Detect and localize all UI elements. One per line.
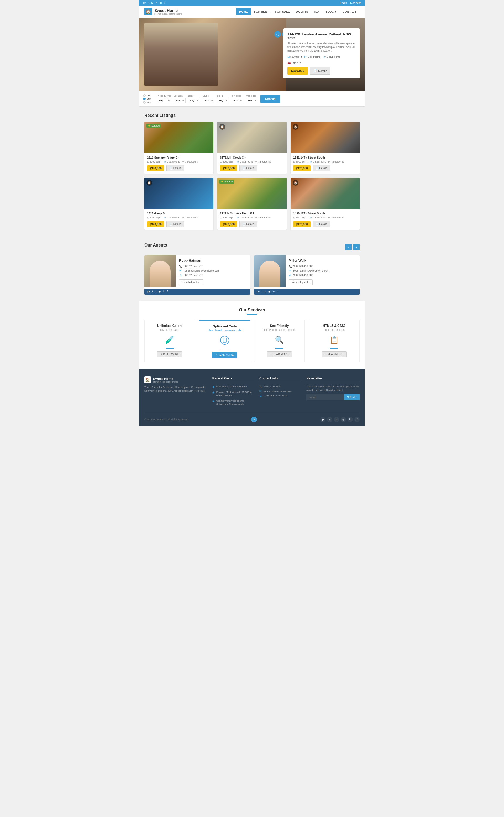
hero-details-button[interactable]: 📄 Details: [310, 67, 330, 75]
radio-buy[interactable]: [143, 98, 146, 100]
min-price-select[interactable]: any: [232, 98, 243, 103]
agent-top-1: Robb Hatman 📞 900 123 456 789 ✉ robbhatm…: [144, 255, 250, 289]
property-type-select[interactable]: any: [157, 98, 171, 103]
listing-address-4: 2627 Garry St: [147, 212, 211, 215]
agent-social-facebook-1[interactable]: f: [167, 290, 168, 293]
agent-social-twitter-2[interactable]: t: [262, 290, 263, 293]
footer-contact-title: Contact info: [259, 376, 301, 382]
nav-agents[interactable]: AGENTS: [293, 8, 311, 15]
footer-social-twitter[interactable]: t: [327, 417, 332, 422]
social-gplus-icon[interactable]: g+: [143, 1, 146, 4]
nav-contact[interactable]: CONTACT: [339, 8, 360, 15]
baths-select[interactable]: any: [203, 98, 214, 103]
listing-price-3[interactable]: $370,000: [293, 165, 311, 171]
listing-details-2[interactable]: 📄 Details: [239, 165, 257, 171]
newsletter-email-input[interactable]: [306, 394, 344, 400]
search-type-buy[interactable]: buy: [143, 97, 151, 100]
hero-bathrooms-value: 2 bathrooms: [327, 56, 340, 58]
listing-address-1: 2211 Summer Ridge Dr: [147, 156, 211, 159]
nav-idx[interactable]: IDX: [311, 8, 322, 15]
footer-post-text-3[interactable]: Update WordPress Theme Submission Requir…: [216, 399, 254, 406]
listing-sqft-1: ⊡ 5000 Sq Ft: [147, 160, 161, 163]
social-twitter-icon[interactable]: t: [149, 1, 149, 4]
service-readmore-4[interactable]: + READ MORE: [322, 351, 347, 357]
social-facebook-icon[interactable]: f: [164, 1, 165, 4]
agent-contact-1: 📞 900 123 456 789 ✉ robbhatman@sweethome…: [179, 265, 247, 277]
agent-fax-value-1: 900 123 456 789: [184, 274, 203, 277]
service-readmore-2[interactable]: + READ MORE: [212, 352, 237, 358]
service-readmore-3[interactable]: + READ MORE: [267, 351, 292, 357]
hero-sqft-value: 5000 Sq Ft: [290, 56, 302, 58]
hero-prev-arrow[interactable]: ◁: [274, 31, 281, 38]
agent-social-facebook-2[interactable]: f: [277, 290, 277, 293]
agents-section: Our Agents ‹ › Robb Hatman 📞 900 123 456…: [139, 236, 365, 301]
footer-post-text-1[interactable]: New Search Platform Update: [216, 385, 247, 389]
footer-post-text-2[interactable]: Envato's Most Wanted - 25,000 for Ghost …: [216, 391, 254, 397]
listings-grid: ★ featured 2211 Summer Ridge Dr ⊡ 5000 S…: [144, 122, 360, 230]
sqft-select[interactable]: any: [217, 98, 229, 103]
listing-bath-2: 🚿 2 bathrooms: [237, 160, 253, 163]
services-section: Our Services Unlimited Colors fully cust…: [139, 301, 365, 369]
footer-email-row: SUBMIT: [306, 394, 360, 400]
agent-social-pinterest-2[interactable]: p: [265, 290, 266, 293]
agent-face-1: [150, 261, 171, 287]
listing-details-3[interactable]: 📄 Details: [313, 165, 330, 171]
login-link[interactable]: Login: [340, 1, 347, 4]
listing-price-6[interactable]: $370,000: [293, 221, 311, 227]
agent-social-linkedin-2[interactable]: in: [272, 290, 275, 293]
footer-social-linkedin[interactable]: in: [348, 417, 353, 422]
agent-social-gplus-1[interactable]: g+: [147, 290, 150, 293]
agent-photo-2: [254, 255, 286, 287]
service-icon-1: 🧪: [149, 334, 191, 345]
nav-blog[interactable]: BLOG ▾: [322, 8, 339, 15]
agent-social-pin-1[interactable]: ◉: [159, 290, 161, 293]
agent-profile-button-1[interactable]: view full profile: [179, 279, 203, 285]
listing-details-6[interactable]: 📄 Details: [313, 221, 330, 227]
agents-next-button[interactable]: ›: [353, 244, 360, 250]
newsletter-submit-button[interactable]: SUBMIT: [344, 394, 360, 400]
max-price-select[interactable]: any: [246, 98, 258, 103]
beds-select[interactable]: any: [188, 98, 200, 103]
agent-social-pin-2[interactable]: ◉: [268, 290, 270, 293]
agent-social-gplus-2[interactable]: g+: [257, 290, 260, 293]
listing-price-5[interactable]: $370,000: [220, 221, 237, 227]
footer-email-value: contact@yourdomain.com: [264, 390, 292, 392]
listing-sqft-6: ⊡ 5000 Sq Ft: [293, 216, 308, 219]
agent-social-pinterest-1[interactable]: p: [155, 290, 156, 293]
footer-social-gplus[interactable]: g+: [320, 417, 325, 422]
radio-rent[interactable]: [143, 94, 146, 97]
nav-home[interactable]: HOME: [236, 8, 251, 15]
listing-card-2: 📋 6571 Mill Creek Cir ⊡ 5000 Sq Ft 🚿 2 b…: [217, 122, 286, 174]
search-type-sale[interactable]: sale: [143, 101, 151, 104]
agents-prev-button[interactable]: ‹: [345, 244, 352, 250]
agent-social-linkedin-1[interactable]: in: [163, 290, 165, 293]
agent-profile-button-2[interactable]: view full profile: [289, 279, 313, 285]
nav-for-rent[interactable]: FOR RENT: [251, 8, 272, 15]
listing-price-1[interactable]: $370,000: [147, 165, 164, 171]
footer-social-instagram[interactable]: ◎: [341, 417, 346, 422]
location-select[interactable]: any: [174, 98, 186, 103]
listing-price-2[interactable]: $370,000: [220, 165, 237, 171]
register-link[interactable]: Register: [350, 1, 361, 4]
social-pinterest-icon[interactable]: p: [151, 1, 153, 4]
radio-sale[interactable]: [143, 101, 146, 104]
listing-price-4[interactable]: $370,000: [147, 221, 164, 227]
scroll-top-button[interactable]: ▲: [251, 417, 257, 422]
agent-social-twitter-1[interactable]: t: [152, 290, 153, 293]
listing-details-4[interactable]: 📄 Details: [166, 221, 184, 227]
footer-social-pinterest[interactable]: p: [334, 417, 339, 422]
nav-for-sale[interactable]: FOR SALE: [272, 8, 293, 15]
services-grid: Unlimited Colors fully customizable 🧪 + …: [144, 320, 360, 362]
social-pin-icon[interactable]: ⚬: [155, 1, 157, 4]
listing-details-1[interactable]: 📄 Details: [166, 165, 184, 171]
agent-phone-value-1: 900 123 456 789: [184, 265, 203, 268]
search-type-rent[interactable]: rent: [143, 94, 151, 97]
hero-property-description: Situated on a half-acre corner allotment…: [287, 42, 356, 53]
hero-price-button[interactable]: $370,000: [287, 67, 308, 75]
service-readmore-1[interactable]: + READ MORE: [157, 351, 182, 357]
hero-info-box: 114-120 Joynton Avenue, Zetland, NSW 201…: [283, 28, 360, 78]
listing-details-5[interactable]: 📄 Details: [239, 221, 257, 227]
social-linkedin-icon[interactable]: in: [160, 1, 162, 4]
footer-social-facebook[interactable]: f: [354, 417, 360, 422]
search-button[interactable]: Search: [260, 95, 280, 103]
